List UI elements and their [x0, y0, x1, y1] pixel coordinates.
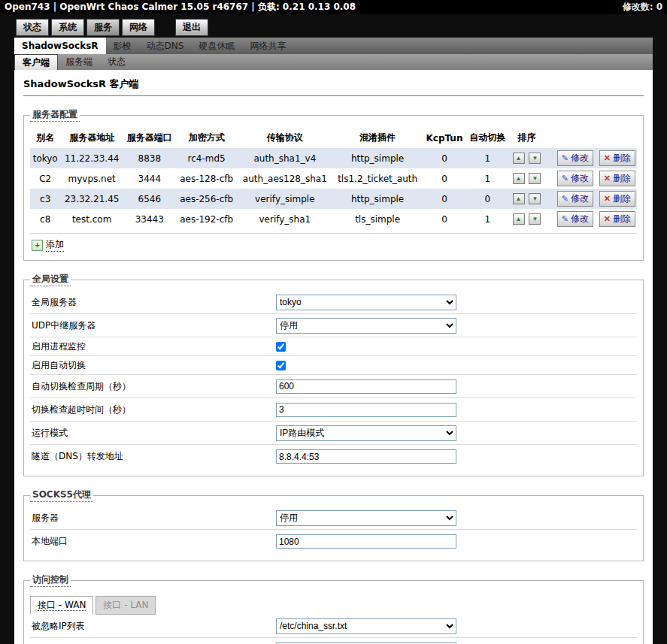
cell-autoswitch: 1 — [466, 148, 509, 168]
run-mode-select[interactable]: IP路由模式 — [276, 425, 456, 441]
delete-button[interactable]: ✕删除 — [599, 150, 635, 166]
delete-button[interactable]: ✕删除 — [599, 191, 635, 207]
tab-ddns[interactable]: 动态DNS — [139, 38, 192, 54]
access-control-legend: 访问控制 — [30, 573, 71, 587]
tab-interface-wan[interactable]: 接口 - WAN — [30, 596, 93, 615]
cell-autoswitch: 0 — [466, 189, 509, 209]
cell-cipher: aes-128-cfb — [176, 168, 238, 189]
global-server-select[interactable]: tokyo — [276, 295, 456, 310]
field-label: 隧道（DNS）转发地址 — [32, 450, 276, 463]
tab-services[interactable]: 服务 — [86, 19, 120, 36]
arrow-up-icon: ▲ — [516, 155, 522, 162]
form-row: 运行模式 IP路由模式 — [30, 422, 637, 445]
cell-obfs: http_simple — [332, 148, 423, 168]
form-row: 服务器 停用 — [30, 506, 637, 530]
unsaved-changes-link[interactable]: 修改数: 0 — [623, 1, 662, 14]
col-cipher: 加密方式 — [176, 128, 238, 148]
delete-button[interactable]: ✕删除 — [599, 211, 635, 227]
access-control-section: 访问控制 接口 - WAN 接口 - LAN 被忽略IP列表 /etc/chin… — [23, 573, 644, 644]
udp-relay-select[interactable]: 停用 — [276, 318, 456, 334]
sort-up-button[interactable]: ▲ — [513, 153, 525, 164]
title-divider — [23, 95, 644, 96]
form-row: UDP中继服务器 停用 — [30, 314, 637, 337]
server-config-legend: 服务器配置 — [30, 108, 80, 122]
tab-ssr-status[interactable]: 状态 — [100, 54, 133, 70]
sort-down-button[interactable]: ▼ — [529, 173, 541, 184]
arrow-down-icon: ▼ — [532, 175, 538, 182]
cell-port: 6546 — [123, 189, 176, 209]
field-label: 运行模式 — [32, 427, 276, 440]
edit-button[interactable]: ✎修改 — [557, 150, 593, 166]
tab-server[interactable]: 服务端 — [58, 54, 100, 70]
delete-icon: ✕ — [604, 195, 611, 203]
cell-protocol: verify_sha1 — [238, 209, 333, 229]
cell-alias: C2 — [30, 168, 60, 189]
services-subnav: ShadowSocksR 影梭 动态DNS 硬盘休眠 网络共享 — [14, 38, 653, 54]
tab-system[interactable]: 系统 — [51, 19, 84, 36]
dns-forward-input[interactable] — [276, 449, 456, 464]
tab-client[interactable]: 客户端 — [14, 54, 58, 70]
edit-button[interactable]: ✎修改 — [557, 211, 593, 227]
form-row: 全局服务器 tokyo — [30, 291, 637, 314]
form-row: 启用进程监控 — [30, 337, 637, 356]
cell-autoswitch: 1 — [466, 168, 509, 189]
local-port-input[interactable] — [276, 534, 456, 549]
cell-address: 23.32.21.45 — [60, 189, 123, 209]
tab-network[interactable]: 网络 — [122, 19, 155, 36]
socks5-server-select[interactable]: 停用 — [276, 510, 456, 526]
socks5-legend: SOCKS5代理 — [30, 488, 93, 502]
page-shell: 状态 系统 服务 网络 退出 ShadowSocksR 影梭 动态DNS 硬盘休… — [14, 14, 653, 644]
field-label: 启用进程监控 — [32, 340, 276, 353]
edit-button[interactable]: ✎修改 — [557, 171, 593, 186]
sort-down-button[interactable]: ▼ — [529, 153, 541, 164]
cell-address: myvps.net — [60, 168, 123, 189]
field-label: 被忽略IP列表 — [32, 620, 276, 633]
sort-down-button[interactable]: ▼ — [529, 213, 541, 225]
process-monitor-checkbox[interactable] — [276, 342, 286, 352]
table-row: c3 23.32.21.45 6546 aes-256-cfb verify_s… — [30, 189, 637, 209]
field-label: UDP中继服务器 — [32, 319, 276, 332]
col-autoswitch: 自动切换 — [466, 128, 509, 148]
cell-protocol: auth_sha1_v4 — [238, 148, 333, 168]
server-table: 别名 服务器地址 服务器端口 加密方式 传输协议 混淆插件 KcpTun 自动切… — [30, 128, 637, 229]
cell-alias: c8 — [30, 209, 60, 229]
tab-network-share[interactable]: 网络共享 — [242, 38, 293, 54]
tab-logout[interactable]: 退出 — [175, 19, 208, 36]
tab-shadowsocksr[interactable]: ShadowSocksR — [14, 38, 106, 54]
switch-check-period-input[interactable] — [276, 379, 456, 394]
cell-kcptun: 0 — [423, 148, 466, 168]
arrow-down-icon: ▼ — [532, 195, 538, 202]
tab-hd-idle[interactable]: 硬盘休眠 — [191, 38, 242, 54]
main-nav: 状态 系统 服务 网络 退出 — [14, 14, 653, 38]
tab-shadowsocks[interactable]: 影梭 — [106, 38, 139, 54]
sort-up-button[interactable]: ▲ — [513, 193, 525, 204]
tab-status[interactable]: 状态 — [16, 19, 49, 36]
switch-timeout-input[interactable] — [276, 403, 456, 417]
add-label: 添加 — [46, 238, 64, 252]
field-label: 自动切换检查周期（秒） — [32, 380, 276, 393]
col-protocol: 传输协议 — [238, 128, 333, 148]
form-row: 隧道（DNS）转发地址 — [30, 445, 637, 468]
edit-icon: ✎ — [562, 174, 568, 183]
edit-button[interactable]: ✎修改 — [557, 191, 593, 207]
table-row: tokyo 11.22.33.44 8838 rc4-md5 auth_sha1… — [30, 148, 637, 168]
auto-switch-checkbox[interactable] — [276, 361, 286, 370]
sort-up-button[interactable]: ▲ — [513, 213, 525, 225]
arrow-up-icon: ▲ — [516, 195, 522, 202]
arrow-up-icon: ▲ — [516, 216, 522, 222]
main-content: ShadowSocksR 客户端 服务器配置 别名 服务器地址 服务器端口 加密… — [14, 70, 653, 644]
tab-interface-lan[interactable]: 接口 - LAN — [96, 596, 156, 615]
cell-protocol: auth_aes128_sha1 — [238, 168, 333, 189]
sort-up-button[interactable]: ▲ — [513, 173, 525, 184]
global-settings-legend: 全局设置 — [30, 273, 71, 286]
page-title: ShadowSocksR 客户端 — [23, 76, 644, 95]
add-button[interactable]: + 添加 — [30, 237, 65, 252]
delete-icon: ✕ — [604, 215, 611, 223]
ignored-ip-list-select[interactable]: /etc/china_ssr.txt — [276, 618, 456, 634]
delete-label: 删除 — [613, 213, 631, 225]
cell-kcptun: 0 — [423, 168, 466, 189]
cell-address: test.com — [60, 209, 123, 229]
delete-button[interactable]: ✕删除 — [599, 171, 635, 186]
arrow-up-icon: ▲ — [516, 175, 522, 182]
sort-down-button[interactable]: ▼ — [529, 193, 541, 204]
